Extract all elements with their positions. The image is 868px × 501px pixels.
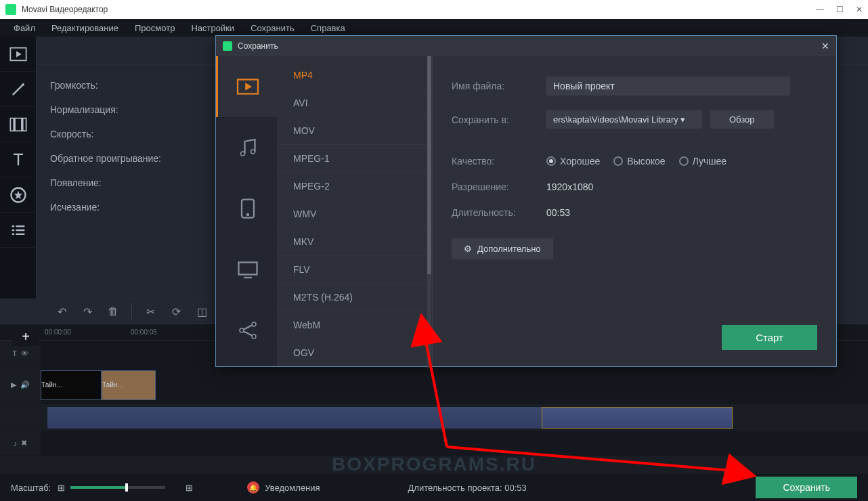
mute-icon[interactable]: 🔊 (20, 380, 30, 389)
menu-save[interactable]: Сохранить (242, 23, 303, 33)
svg-rect-11 (16, 233, 24, 234)
format-mkv[interactable]: MKV (277, 228, 432, 256)
svg-rect-10 (12, 233, 14, 234)
timeline-end-icon[interactable]: ⊞ (186, 483, 193, 493)
svg-rect-9 (16, 229, 24, 230)
timeline-start-icon[interactable]: ⊞ (58, 483, 65, 493)
filename-input[interactable] (546, 77, 790, 95)
video-clip[interactable]: Тайн… (41, 370, 102, 400)
svg-point-18 (240, 328, 244, 332)
menu-edit[interactable]: Редактирование (43, 23, 127, 33)
format-list[interactable]: MP4 AVI MOV MPEG-1 MPEG-2 WMV MKV FLV M2… (277, 56, 433, 366)
rotate-button[interactable]: ⟳ (165, 301, 188, 322)
video-track-row: ▶🔊 Тайн… Тайн… (0, 366, 868, 404)
format-webm[interactable]: WebM (277, 311, 432, 339)
tool-filters[interactable] (0, 72, 36, 107)
video-track[interactable]: Тайн… Тайн… (41, 366, 868, 404)
category-video[interactable] (216, 56, 277, 117)
redo-button[interactable]: ↷ (76, 301, 99, 322)
delete-button[interactable]: 🗑 (102, 301, 125, 322)
watermark-text: BOXPROGRAMS.RU (332, 454, 536, 475)
visibility-icon[interactable]: 👁 (21, 349, 28, 357)
dialog-title: Сохранить (238, 41, 821, 51)
format-ogv[interactable]: OGV (277, 339, 432, 366)
advanced-button[interactable]: ⚙ Дополнительно (452, 238, 553, 259)
separator (131, 303, 132, 320)
saveto-select[interactable]: ers\kapta\Videos\Movavi Library ▾ (546, 110, 702, 129)
notifications-button[interactable]: 🔔 Уведомления (247, 481, 320, 494)
saveto-label: Сохранить в: (452, 114, 546, 125)
quality-best-radio[interactable]: Лучшее (679, 156, 726, 167)
menu-file[interactable]: Файл (5, 23, 43, 33)
zoom-slider[interactable] (70, 486, 165, 489)
export-settings: Имя файла: Сохранить в: ers\kapta\Videos… (433, 56, 836, 366)
format-flv[interactable]: FLV (277, 256, 432, 284)
svg-point-1 (22, 83, 23, 85)
menu-view[interactable]: Просмотр (127, 23, 183, 33)
menu-help[interactable]: Справка (303, 23, 353, 33)
tool-transitions[interactable] (0, 107, 36, 142)
add-track-button[interactable]: + (12, 327, 39, 346)
filename-label: Имя файла: (452, 81, 546, 91)
audio-waveform-selected[interactable] (542, 407, 733, 429)
window-title: Movavi Видеоредактор (22, 5, 816, 14)
fx-track[interactable] (41, 431, 868, 455)
svg-rect-7 (16, 225, 24, 227)
format-mpeg2[interactable]: MPEG-2 (277, 173, 432, 200)
audio-track-row (0, 404, 868, 431)
window-close-button[interactable]: ✕ (856, 5, 863, 14)
format-m2ts[interactable]: M2TS (H.264) (277, 284, 432, 311)
browse-button[interactable]: Обзор (710, 110, 774, 129)
tool-more[interactable] (0, 213, 36, 248)
crop-button[interactable]: ◫ (190, 301, 213, 322)
svg-rect-6 (12, 225, 14, 227)
quality-label: Качество: (452, 156, 546, 167)
resolution-label: Разрешение: (452, 181, 546, 192)
svg-point-16 (246, 214, 248, 216)
window-maximize-button[interactable]: ☐ (836, 5, 844, 14)
svg-point-20 (252, 334, 256, 339)
fx-icon[interactable]: ✖ (21, 439, 27, 448)
format-avi[interactable]: AVI (277, 89, 432, 117)
video-icon: ▶ (11, 380, 16, 389)
svg-point-19 (252, 322, 256, 326)
quality-high-radio[interactable]: Высокое (613, 156, 665, 167)
bottom-bar: Масштаб: ⊞ ⊞ 🔔 Уведомления Длительность … (0, 474, 868, 501)
category-share[interactable] (216, 300, 277, 361)
format-mp4[interactable]: MP4 (277, 62, 432, 89)
format-wmv[interactable]: WMV (277, 200, 432, 228)
menu-settings[interactable]: Настройки (183, 23, 242, 33)
save-button[interactable]: Сохранить (756, 477, 857, 498)
zoom-label: Масштаб: (11, 483, 51, 493)
format-scrollbar[interactable] (427, 56, 431, 368)
bell-icon: 🔔 (247, 481, 259, 494)
cut-button[interactable]: ✂ (139, 301, 162, 322)
format-mov[interactable]: MOV (277, 117, 432, 145)
duration-value: 00:53 (546, 207, 570, 218)
undo-button[interactable]: ↶ (50, 301, 73, 322)
tool-media[interactable] (0, 37, 36, 72)
svg-rect-4 (21, 118, 22, 131)
svg-rect-8 (12, 229, 14, 230)
window-titlebar: Movavi Видеоредактор — ☐ ✕ (0, 0, 868, 19)
quality-good-radio[interactable]: Хорошее (546, 156, 600, 167)
category-devices[interactable] (216, 178, 277, 239)
window-minimize-button[interactable]: — (816, 5, 824, 14)
menubar: Файл Редактирование Просмотр Настройки С… (0, 19, 868, 37)
start-button[interactable]: Старт (722, 325, 817, 350)
dialog-titlebar[interactable]: Сохранить ✕ (216, 36, 836, 56)
category-list (216, 56, 277, 366)
project-duration: Длительность проекта: 00:53 (408, 483, 527, 493)
dialog-close-button[interactable]: ✕ (821, 41, 829, 51)
gear-icon: ⚙ (464, 244, 472, 254)
format-mpeg1[interactable]: MPEG-1 (277, 145, 432, 173)
tool-titles[interactable] (0, 142, 36, 177)
category-tv[interactable] (216, 239, 277, 300)
fx-track-row: ♪✖ (0, 431, 868, 456)
video-clip[interactable]: Тайн… (102, 370, 156, 400)
tool-stickers[interactable] (0, 177, 36, 213)
category-audio[interactable] (216, 117, 277, 178)
audio-track[interactable] (41, 404, 868, 431)
music-icon: ♪ (14, 439, 18, 448)
svg-rect-3 (14, 118, 15, 131)
